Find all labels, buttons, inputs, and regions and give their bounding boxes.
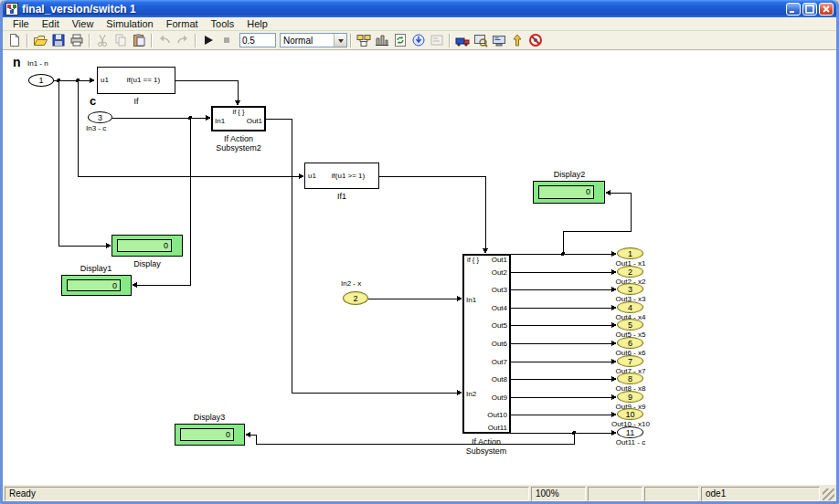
if-action-out10-port: Out10 — [487, 412, 507, 419]
inport2-block[interactable]: 2 — [343, 291, 368, 305]
display2-value: 0 — [538, 185, 594, 199]
if-action-out5-port: Out5 — [492, 322, 507, 330]
toolbar-separator — [350, 34, 352, 47]
outport2-block[interactable]: 2 — [617, 266, 643, 278]
outport7-block[interactable]: 7 — [617, 355, 643, 367]
if-action2-top-port: if { } — [213, 109, 264, 116]
parent-system-button[interactable] — [508, 32, 526, 48]
minimize-button[interactable] — [786, 3, 801, 16]
annotation-n: n — [13, 55, 21, 69]
menu-edit[interactable]: Edit — [36, 17, 66, 30]
inport1-block[interactable]: 1 — [28, 74, 54, 87]
paste-button[interactable] — [130, 32, 148, 48]
outport3-block[interactable]: 3 — [617, 283, 643, 295]
model-explorer-button[interactable] — [490, 32, 508, 48]
if-action-subsystem-block[interactable]: if { } In1 In2 Out1 Out2 Out3 Out4 Out5 … — [462, 254, 511, 434]
if-action-out8-port: Out8 — [492, 376, 507, 383]
menu-tools[interactable]: Tools — [205, 17, 241, 30]
outport9-block[interactable]: 9 — [617, 391, 643, 403]
redo-button[interactable] — [174, 32, 192, 48]
console-button[interactable] — [428, 32, 446, 48]
zoom-level: 100% — [531, 487, 586, 501]
display2-block[interactable]: 0 — [533, 181, 605, 204]
display-block[interactable]: 0 — [112, 235, 183, 257]
sim-mode-value: Normal — [281, 36, 334, 46]
outport11-label: Out11 - c — [594, 438, 667, 447]
if-action-out4-port: Out4 — [492, 305, 507, 312]
menu-view[interactable]: View — [66, 17, 101, 30]
resize-grip[interactable] — [823, 488, 834, 500]
if-block-expression: if(u1 == 1) — [116, 77, 171, 84]
combo-dropdown-icon[interactable] — [334, 34, 346, 47]
close-button[interactable] — [819, 3, 834, 16]
if-action-out6-port: Out6 — [492, 341, 507, 348]
if-action-out2-port: Out2 — [492, 269, 507, 277]
menu-file[interactable]: File — [6, 17, 36, 30]
if-block[interactable]: u1 if(u1 == 1) — [97, 67, 175, 94]
if-action-out9-port: Out9 — [492, 394, 507, 402]
if1-block-port-u1: u1 — [308, 173, 316, 180]
toolbar-separator — [195, 34, 196, 47]
outport5-block[interactable]: 5 — [617, 319, 643, 331]
toolbar-separator — [89, 34, 90, 47]
outport9-number: 9 — [628, 393, 632, 402]
model-browser-button[interactable] — [373, 32, 391, 48]
titlebar[interactable]: final_version/switch 1 — [3, 0, 836, 17]
outport11-number: 11 — [626, 428, 634, 437]
maximize-button[interactable] — [802, 3, 817, 16]
outport4-block[interactable]: 4 — [617, 301, 643, 313]
if-action2-out1-port: Out1 — [247, 118, 262, 125]
if-action2-in1-port: In1 — [215, 118, 225, 125]
target-connect-button[interactable] — [453, 32, 472, 48]
simulation-diagnostics-button[interactable] — [472, 32, 490, 48]
stop-time-input[interactable] — [239, 33, 276, 47]
simulink-window: final_version/switch 1 File Edit View Si… — [0, 0, 839, 504]
status-empty-panel — [588, 487, 643, 501]
inport3-block[interactable]: 3 — [88, 111, 112, 123]
if-action-subsystem2-block[interactable]: if { } In1 Out1 — [211, 106, 266, 131]
build-button[interactable] — [409, 32, 428, 48]
outport1-block[interactable]: 1 — [617, 247, 643, 259]
simulink-app-icon — [5, 3, 18, 16]
if1-block[interactable]: u1 if(u1 >= 1) — [304, 163, 379, 189]
cut-button[interactable] — [93, 32, 112, 48]
print-button[interactable] — [68, 32, 86, 48]
if-action-subsystem-label: If Action Subsystem — [413, 437, 559, 456]
if-action-in2-port: In2 — [466, 391, 476, 398]
display1-label: Display1 — [23, 264, 169, 273]
inport2-name-label: In2 - x — [341, 280, 361, 288]
toolbar-separator — [151, 34, 153, 47]
update-diagram-button[interactable] — [391, 32, 409, 48]
outport8-block[interactable]: 8 — [617, 373, 643, 384]
if-action-out11-port: Out11 — [488, 425, 507, 432]
if-action2-label-line2: Subsystem2 — [165, 143, 312, 152]
display3-block[interactable]: 0 — [175, 424, 245, 446]
new-model-button[interactable] — [5, 32, 24, 48]
display1-block[interactable]: 0 — [61, 275, 132, 296]
diagram-canvas[interactable]: n In1 - n c In3 - c In2 - x 1 3 2 u1 if(… — [3, 50, 836, 485]
if-block-label: If — [63, 97, 209, 106]
if-action-in1-port: In1 — [466, 297, 476, 304]
display1-value: 0 — [67, 279, 121, 291]
statusbar: Ready 100% ode1 — [3, 485, 836, 503]
stop-simulation-button[interactable] — [218, 32, 236, 48]
if1-block-label: If1 — [269, 192, 415, 201]
window-title: final_version/switch 1 — [22, 3, 786, 16]
menu-simulation[interactable]: Simulation — [100, 17, 159, 30]
menu-help[interactable]: Help — [240, 17, 274, 30]
outport11-block[interactable]: 11 — [617, 426, 643, 438]
sim-mode-select[interactable]: Normal — [280, 33, 347, 47]
open-model-button[interactable] — [31, 32, 49, 48]
if-action-out1-port: Out1 — [492, 257, 507, 264]
start-simulation-button[interactable] — [199, 32, 218, 48]
if-action-out7-port: Out7 — [492, 359, 507, 366]
highlight-off-button[interactable] — [526, 32, 545, 48]
if-action-top-port: if { } — [467, 257, 479, 264]
outport6-block[interactable]: 6 — [617, 337, 643, 349]
menu-format[interactable]: Format — [160, 17, 205, 30]
library-browser-button[interactable] — [355, 32, 373, 48]
outport10-block[interactable]: 10 — [617, 408, 643, 420]
copy-button[interactable] — [112, 32, 130, 48]
save-button[interactable] — [49, 32, 68, 48]
undo-button[interactable] — [155, 32, 174, 48]
